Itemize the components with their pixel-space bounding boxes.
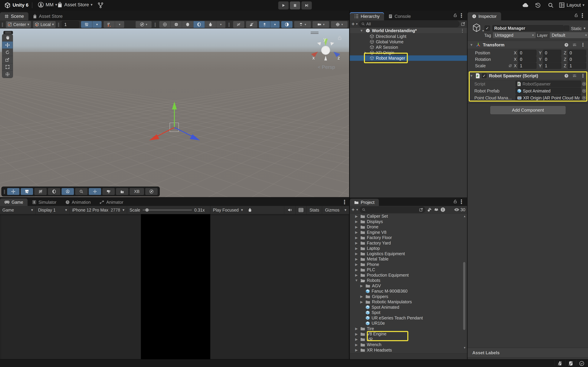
- vsync-button[interactable]: [295, 206, 306, 214]
- toolbar-drag-handle[interactable]: ∥: [1, 22, 4, 27]
- project-item-grippers[interactable]: ▶Grippers: [350, 294, 467, 299]
- foldout-closed[interactable]: ▶: [363, 51, 368, 55]
- shading-shaded-wire-button[interactable]: [171, 21, 182, 28]
- foldout-closed[interactable]: ▶: [354, 262, 359, 267]
- position-x-field[interactable]: 0: [518, 50, 536, 56]
- component-enabled-checkbox[interactable]: ✓: [482, 73, 487, 78]
- cloud-icon[interactable]: [522, 2, 529, 8]
- robot-spawner-header[interactable]: ▼ # ✓ Robot Spawner (Script) ? ⋮: [467, 72, 588, 80]
- project-item-v8-engine[interactable]: ▶V8 Engine: [350, 331, 467, 337]
- lock-icon[interactable]: [453, 13, 458, 18]
- foldout-closed[interactable]: ▶: [359, 300, 364, 304]
- scene-viewport[interactable]: y x z <Persp ∥ XB: [0, 29, 349, 197]
- rotate-tool[interactable]: [2, 49, 13, 56]
- toggle-2d-button[interactable]: 2D: [233, 21, 244, 28]
- overlay-grid-button[interactable]: [34, 188, 47, 195]
- project-item-drone[interactable]: ▶Drone: [350, 224, 467, 230]
- move-gizmo[interactable]: [146, 97, 207, 144]
- scroll-up-arrow[interactable]: ▲: [463, 215, 466, 218]
- resolution-dropdown[interactable]: iPhone 12 Pro Max 2778 ▾: [70, 206, 127, 214]
- toggle-effects-button[interactable]: [259, 21, 270, 28]
- tab-simulator[interactable]: Simulator: [27, 199, 61, 206]
- create-button[interactable]: +: [352, 207, 355, 213]
- overlay-camera-button[interactable]: [102, 188, 115, 195]
- object-name-field[interactable]: Robot Manager: [492, 25, 563, 31]
- pivot-mode-dropdown[interactable]: Center▾: [6, 21, 31, 28]
- component-menu[interactable]: ⋮: [580, 73, 585, 78]
- visibility-toggle[interactable]: 30: [454, 207, 465, 212]
- layout-menu[interactable]: Layout ▾: [559, 2, 584, 8]
- scale-tool[interactable]: [2, 56, 13, 63]
- debug-draw-dropdown[interactable]: ▾: [216, 21, 226, 28]
- tab-console[interactable]: Console: [384, 12, 415, 20]
- version-control-icon[interactable]: [97, 2, 104, 8]
- project-item-metal-table[interactable]: ▶Metal Table: [350, 256, 467, 262]
- transform-tool[interactable]: [2, 71, 13, 78]
- object-field[interactable]: Spot Animated: [516, 88, 581, 94]
- scale-slider-thumb[interactable]: [145, 208, 149, 212]
- lock-icon[interactable]: [574, 13, 579, 18]
- project-item-engine-v8[interactable]: ▶Engine V8: [350, 230, 467, 235]
- grid-snap-dropdown[interactable]: ▾: [92, 21, 102, 28]
- debugger-status-icon[interactable]: [555, 360, 564, 367]
- foldout-closed[interactable]: ▶: [354, 268, 359, 272]
- foldout-closed[interactable]: ▶: [359, 284, 364, 288]
- game-panel-menu[interactable]: ⋮: [342, 199, 347, 205]
- project-item-plc[interactable]: ▶PLC: [350, 267, 467, 273]
- cameras-dropdown[interactable]: ▾: [312, 21, 329, 28]
- tab-project[interactable]: Project: [350, 199, 379, 206]
- scrollbar-thumb[interactable]: [463, 262, 465, 330]
- shading-unlit-button[interactable]: [182, 21, 193, 28]
- asset-store-menu[interactable]: Asset Store ▾: [57, 2, 93, 8]
- object-field[interactable]: #RobotSpawner: [516, 81, 581, 87]
- focus-mode-dropdown[interactable]: Play Focused▾: [210, 206, 245, 214]
- foldout-open[interactable]: ▼: [354, 278, 359, 282]
- hierarchy-item-xr-origin[interactable]: ▶XR Origin: [350, 50, 467, 55]
- tag-dropdown[interactable]: Untagged▾: [493, 32, 536, 38]
- project-item-tire[interactable]: ▶Tire: [350, 326, 467, 332]
- project-item-laptop[interactable]: ▶Laptop: [350, 246, 467, 251]
- object-picker-icon[interactable]: [582, 82, 586, 86]
- scene-menu[interactable]: ⋮: [460, 28, 465, 33]
- presets-icon[interactable]: [572, 74, 577, 78]
- project-item-vr[interactable]: ▶VR: [350, 337, 467, 342]
- create-dropdown[interactable]: ▾: [356, 22, 358, 25]
- debug-pause-button[interactable]: [245, 206, 255, 214]
- project-item-fanuc-m-900ib360[interactable]: Fanuc M-900iB360: [350, 289, 467, 294]
- overlay-move-button[interactable]: [7, 188, 20, 195]
- project-item-ur10e[interactable]: UR10e: [350, 321, 467, 326]
- tab-inspector[interactable]: Inspector: [467, 12, 501, 20]
- gizmos-dropdown[interactable]: ▾: [331, 21, 348, 28]
- rotation-x-field[interactable]: 0: [518, 56, 536, 62]
- foldout-closed[interactable]: ▶: [354, 246, 359, 250]
- help-icon[interactable]: ?: [564, 43, 569, 47]
- foldout-open[interactable]: ▼: [359, 29, 364, 33]
- gameobject-icon[interactable]: ▾: [472, 23, 482, 33]
- snap-increment-field[interactable]: 1: [62, 21, 79, 28]
- project-search[interactable]: [360, 206, 425, 213]
- foldout-closed[interactable]: ▶: [354, 252, 359, 256]
- orientation-dropdown[interactable]: Local▾: [33, 21, 56, 28]
- play-button[interactable]: [278, 1, 289, 9]
- gizmos-dropdown-game[interactable]: Gizmos▾: [322, 206, 349, 214]
- object-picker-icon[interactable]: [582, 96, 586, 100]
- search-by-type-icon[interactable]: [427, 207, 432, 212]
- account-menu[interactable]: MM ▾: [38, 2, 57, 8]
- create-dropdown[interactable]: ▾: [356, 208, 358, 211]
- hierarchy-item-global-volume[interactable]: Global Volume: [350, 39, 467, 44]
- foldout-closed[interactable]: ▶: [354, 332, 359, 336]
- hand-tool[interactable]: [2, 34, 13, 42]
- hierarchy-search[interactable]: All: [359, 21, 459, 27]
- tab-asset-store[interactable]: Asset Store: [28, 12, 67, 20]
- foldout-closed[interactable]: ▶: [354, 257, 359, 261]
- project-item-spot-animated[interactable]: Spot Animated: [350, 305, 467, 310]
- position-z-field[interactable]: 0: [568, 50, 586, 56]
- object-field[interactable]: XR Origin (AR Point Cloud Mar: [516, 95, 581, 101]
- tab-animation[interactable]: Animation: [61, 199, 95, 206]
- scale-x-field[interactable]: 1: [518, 63, 536, 69]
- move-tool[interactable]: [2, 42, 13, 49]
- project-item-robotic-manipulators[interactable]: ▶Robotic Manipulators: [350, 299, 467, 305]
- overlay-building-button[interactable]: [116, 188, 129, 195]
- search-by-label-icon[interactable]: [434, 207, 439, 212]
- project-item-production-equipment[interactable]: ▶Production Equipment: [350, 273, 467, 278]
